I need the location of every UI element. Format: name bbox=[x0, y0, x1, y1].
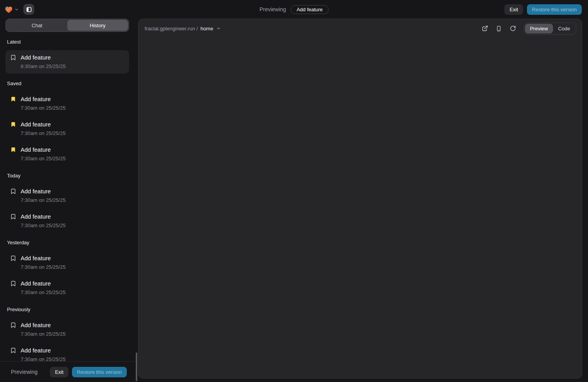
history-item[interactable]: Add feature 8:30am on 25/25/25 bbox=[5, 50, 129, 74]
footer-exit-button[interactable]: Exit bbox=[50, 367, 68, 377]
toggle-code[interactable]: Code bbox=[553, 24, 575, 33]
history-item[interactable]: Add feature 7:30am on 25/25/25 bbox=[5, 184, 129, 207]
history-item-title: Add feature bbox=[21, 95, 66, 103]
mobile-view-button[interactable] bbox=[494, 23, 504, 34]
history-item-time: 7:30am on 25/25/25 bbox=[21, 222, 66, 229]
history-item-time: 7:30am on 25/25/25 bbox=[21, 289, 66, 296]
preview-header: fractal.gptengineer.run / home bbox=[138, 19, 582, 38]
bookmark-filled-icon[interactable] bbox=[10, 96, 16, 102]
sidebar-footer: Previewing Exit Restore this version bbox=[0, 361, 135, 382]
history-item[interactable]: Add feature 7:30am on 25/25/25 bbox=[5, 343, 129, 361]
history-item[interactable]: Add feature 7:30am on 25/25/25 bbox=[5, 276, 129, 300]
footer-restore-version-button[interactable]: Restore this version bbox=[72, 367, 127, 377]
url-domain-label: fractal.gptengineer.run / bbox=[145, 26, 198, 32]
history-item-title: Add feature bbox=[21, 146, 66, 154]
history-item[interactable]: Add feature 7:30am on 25/25/25 bbox=[5, 142, 129, 166]
history-item-time: 7:30am on 25/25/25 bbox=[21, 356, 66, 361]
chevron-down-icon bbox=[216, 26, 221, 31]
section-label-today: Today bbox=[7, 173, 128, 179]
previewing-status-label: Previewing bbox=[259, 6, 286, 12]
history-sidebar: Chat History Latest Add feature 8:30am o… bbox=[0, 19, 135, 382]
panel-left-icon bbox=[26, 7, 32, 12]
history-item-time: 7:30am on 25/25/25 bbox=[21, 155, 66, 162]
history-item-title: Add feature bbox=[21, 280, 66, 287]
refresh-button[interactable] bbox=[508, 23, 518, 34]
history-item-time: 8:30am on 25/25/25 bbox=[21, 63, 66, 70]
bookmark-outline-icon[interactable] bbox=[10, 322, 16, 328]
sidebar-scrollbar-thumb[interactable] bbox=[136, 352, 137, 381]
preview-code-toggle: Preview Code bbox=[524, 23, 576, 35]
bookmark-outline-icon[interactable] bbox=[10, 347, 16, 354]
history-item-title: Add feature bbox=[21, 187, 66, 195]
bookmark-filled-icon[interactable] bbox=[10, 147, 16, 153]
url-page-label: home bbox=[201, 26, 214, 32]
app-logo-menu[interactable] bbox=[5, 6, 19, 13]
history-item-title: Add feature bbox=[21, 121, 66, 128]
bookmark-outline-icon[interactable] bbox=[10, 214, 16, 220]
external-link-icon bbox=[482, 25, 488, 32]
history-item-time: 7:30am on 25/25/25 bbox=[21, 264, 66, 271]
history-item[interactable]: Add feature 7:30am on 25/25/25 bbox=[5, 209, 129, 233]
section-label-previously: Previously bbox=[7, 307, 128, 312]
bookmark-filled-icon[interactable] bbox=[10, 121, 16, 128]
footer-previewing-label: Previewing bbox=[11, 369, 37, 375]
history-item-title: Add feature bbox=[21, 321, 66, 329]
history-item-time: 7:30am on 25/25/25 bbox=[21, 105, 66, 112]
open-in-new-tab-button[interactable] bbox=[480, 23, 490, 34]
preview-panel: fractal.gptengineer.run / home bbox=[138, 19, 582, 378]
history-item-title: Add feature bbox=[21, 213, 66, 221]
bookmark-outline-icon[interactable] bbox=[10, 188, 16, 195]
history-item-title: Add feature bbox=[21, 54, 66, 61]
tab-history[interactable]: History bbox=[67, 20, 128, 31]
heart-logo-icon bbox=[5, 6, 13, 13]
history-item[interactable]: Add feature 7:30am on 25/25/25 bbox=[5, 92, 129, 115]
section-label-latest: Latest bbox=[7, 39, 128, 45]
preview-viewport[interactable] bbox=[138, 38, 582, 378]
url-route-dropdown[interactable]: fractal.gptengineer.run / home bbox=[145, 26, 221, 32]
smartphone-icon bbox=[496, 26, 502, 32]
top-bar: Previewing Add feature Exit Restore this… bbox=[0, 0, 588, 19]
history-item-time: 7:30am on 25/25/25 bbox=[21, 130, 66, 137]
restore-version-button[interactable]: Restore this version bbox=[527, 4, 582, 15]
history-item-title: Add feature bbox=[21, 254, 66, 262]
bookmark-outline-icon[interactable] bbox=[10, 54, 16, 61]
refresh-icon bbox=[510, 25, 516, 32]
history-item-time: 7:30am on 25/25/25 bbox=[21, 197, 66, 204]
version-badge[interactable]: Add feature bbox=[291, 5, 329, 14]
bookmark-outline-icon[interactable] bbox=[10, 255, 16, 261]
sidebar-toggle-button[interactable] bbox=[23, 4, 34, 15]
section-label-saved: Saved bbox=[7, 81, 128, 86]
history-item[interactable]: Add feature 7:30am on 25/25/25 bbox=[5, 318, 129, 341]
sidebar-tabs: Chat History bbox=[5, 19, 129, 32]
history-item-time: 7:30am on 25/25/25 bbox=[21, 331, 66, 338]
history-list: Latest Add feature 8:30am on 25/25/25 Sa… bbox=[0, 32, 135, 361]
history-item-title: Add feature bbox=[21, 347, 66, 354]
history-item[interactable]: Add feature 7:30am on 25/25/25 bbox=[5, 117, 129, 140]
bookmark-outline-icon[interactable] bbox=[10, 280, 16, 287]
toggle-preview[interactable]: Preview bbox=[525, 24, 553, 33]
tab-chat[interactable]: Chat bbox=[7, 20, 67, 31]
section-label-yesterday: Yesterday bbox=[7, 240, 128, 245]
chevron-down-icon bbox=[14, 7, 19, 12]
history-item[interactable]: Add feature 7:30am on 25/25/25 bbox=[5, 251, 129, 274]
exit-button[interactable]: Exit bbox=[504, 4, 523, 15]
